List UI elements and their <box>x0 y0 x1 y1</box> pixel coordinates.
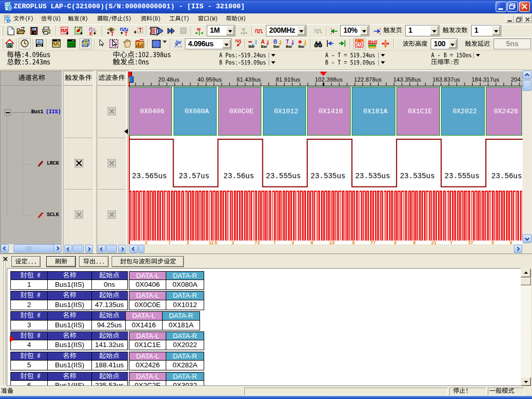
svg-text:Bar: Bar <box>248 44 255 48</box>
svg-text:C: C <box>8 19 10 22</box>
svg-text:A: A <box>261 39 265 45</box>
svg-text:Bar: Bar <box>298 44 304 48</box>
svg-text:Bar: Bar <box>286 44 292 48</box>
svg-text:T: T <box>139 28 142 33</box>
svg-text:T: T <box>124 31 128 36</box>
svg-text:N: N <box>8 43 11 48</box>
svg-text:HZ: HZ <box>37 44 42 47</box>
svg-text:T: T <box>286 39 289 45</box>
svg-text:C: C <box>8 6 11 10</box>
svg-text:Bar: Bar <box>261 44 267 48</box>
svg-text:Bar: Bar <box>273 44 280 48</box>
svg-text:1010: 1010 <box>68 44 75 47</box>
svg-text:E: E <box>89 31 92 36</box>
svg-text:B: B <box>273 39 277 45</box>
svg-text:M: M <box>197 27 201 32</box>
svg-text:T: T <box>111 31 114 36</box>
svg-text:M: M <box>242 27 245 32</box>
